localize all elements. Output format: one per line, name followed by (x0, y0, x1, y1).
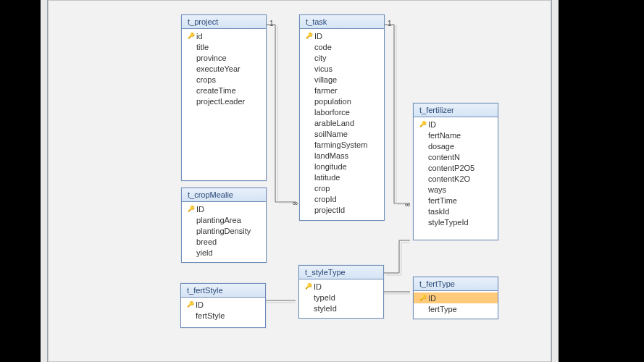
entity-header[interactable]: t_fertType (414, 277, 498, 291)
field-row[interactable]: province (182, 52, 266, 63)
entity-t_styleType[interactable]: t_styleType🔑IDtypeIdstyleId (298, 265, 384, 319)
field-row[interactable]: ways (414, 184, 498, 195)
field-name: ID (196, 300, 261, 309)
field-row[interactable]: soilName (300, 128, 384, 139)
entity-t_fertStyle[interactable]: t_fertStyle🔑IDfertStyle (180, 283, 266, 328)
field-name: typeId (314, 293, 379, 302)
field-name: breed (196, 237, 262, 246)
field-row[interactable]: farmingSystem (300, 139, 384, 150)
primary-key-icon: 🔑 (304, 283, 314, 290)
field-row[interactable]: farmer (300, 85, 384, 96)
entity-t_project[interactable]: t_project🔑idtitleprovinceexecuteYearcrop… (181, 14, 267, 181)
field-row[interactable]: createTime (182, 85, 266, 96)
field-name: code (314, 43, 380, 51)
field-row[interactable]: code (300, 41, 384, 52)
cardinality-label: 1 (388, 20, 392, 28)
field-row[interactable]: 🔑ID (300, 30, 384, 41)
field-name: city (314, 54, 380, 62)
primary-key-icon: 🔑 (418, 295, 428, 301)
entity-header[interactable]: t_project (182, 15, 266, 29)
field-name: longitude (314, 162, 380, 171)
field-row[interactable]: 🔑ID (181, 299, 265, 310)
field-row[interactable]: plantingArea (182, 214, 266, 225)
field-name: dosage (428, 142, 493, 151)
field-name: arableLand (314, 119, 380, 127)
field-row[interactable]: styleId (299, 303, 383, 313)
field-row[interactable]: arableLand (300, 117, 384, 128)
entity-header[interactable]: t_fertilizer (414, 104, 498, 117)
field-row[interactable]: taskId (414, 206, 498, 216)
field-name: id (196, 32, 262, 41)
field-name: population (314, 97, 380, 106)
letterbox-left (0, 0, 41, 362)
field-name: ID (196, 205, 262, 214)
field-name: ID (428, 294, 493, 303)
field-row[interactable]: longitude (300, 161, 384, 172)
field-row[interactable]: cropId (300, 193, 384, 204)
field-row[interactable]: crop (300, 182, 384, 193)
field-row[interactable]: 🔑ID (182, 203, 266, 214)
field-row[interactable]: contentK2O (414, 173, 498, 184)
field-row[interactable]: projectLeader (182, 96, 266, 106)
entity-header[interactable]: t_cropMealie (182, 188, 266, 202)
entity-t_fertilizer[interactable]: t_fertilizer🔑IDfertNamedosagecontentNcon… (413, 103, 498, 240)
field-name: ID (314, 282, 379, 291)
entity-header[interactable]: t_task (300, 15, 384, 29)
entity-header[interactable]: t_fertStyle (181, 284, 265, 298)
cardinality-label: ∞ (293, 199, 298, 207)
field-name: vicus (314, 64, 380, 73)
field-row[interactable]: fertName (414, 130, 498, 140)
entity-header[interactable]: t_styleType (299, 266, 383, 279)
field-row[interactable]: contentP2O5 (414, 162, 498, 173)
field-name: farmer (314, 86, 380, 95)
field-name: contentP2O5 (428, 164, 493, 172)
field-row[interactable]: village (300, 74, 384, 85)
entity-fields: 🔑IDplantingAreaplantingDensitybreedyield (182, 202, 266, 262)
field-name: ID (428, 120, 493, 129)
field-name: crop (314, 184, 380, 193)
field-row[interactable]: breed (182, 236, 266, 247)
cardinality-label: 1 (269, 20, 274, 28)
entity-fields: 🔑idtitleprovinceexecuteYearcropscreateTi… (182, 29, 266, 111)
field-name: plantingArea (196, 216, 262, 224)
field-row[interactable]: 🔑ID (414, 292, 498, 303)
field-row[interactable]: contentN (414, 151, 498, 162)
field-row[interactable]: 🔑id (182, 30, 266, 41)
field-row[interactable]: fertType (414, 303, 498, 314)
field-row[interactable]: yield (182, 247, 266, 258)
field-row[interactable]: landMass (300, 150, 384, 161)
field-name: fertType (428, 305, 493, 313)
field-row[interactable]: laborforce (300, 106, 384, 117)
field-name: village (314, 75, 380, 84)
primary-key-icon: 🔑 (185, 301, 196, 308)
field-row[interactable]: crops (182, 74, 266, 85)
field-name: fertName (428, 131, 493, 140)
field-row[interactable]: vicus (300, 63, 384, 74)
field-row[interactable]: 🔑ID (299, 281, 383, 292)
entity-t_task[interactable]: t_task🔑IDcodecityvicusvillagefarmerpopul… (299, 14, 385, 221)
field-name: latitude (314, 173, 380, 182)
field-row[interactable]: title (182, 41, 266, 52)
field-row[interactable]: latitude (300, 172, 384, 182)
diagram-canvas[interactable]: t_project🔑idtitleprovinceexecuteYearcrop… (48, 0, 551, 362)
entity-fields: 🔑IDfertStyle (181, 298, 265, 325)
field-row[interactable]: fertTime (414, 195, 498, 206)
field-row[interactable]: city (300, 52, 384, 63)
field-name: cropId (314, 195, 380, 203)
field-name: projectLeader (196, 97, 262, 106)
field-row[interactable]: plantingDensity (182, 225, 266, 236)
field-row[interactable]: fertStyle (181, 310, 265, 321)
field-row[interactable]: projectId (300, 204, 384, 215)
field-name: laborforce (314, 108, 380, 117)
field-name: contentK2O (428, 174, 493, 183)
field-row[interactable]: styleTypeId (414, 216, 498, 227)
field-row[interactable]: population (300, 96, 384, 106)
field-row[interactable]: executeYear (182, 63, 266, 74)
entity-t_cropMealie[interactable]: t_cropMealie🔑IDplantingAreaplantingDensi… (181, 188, 267, 263)
field-row[interactable]: dosage (414, 140, 498, 151)
field-row[interactable]: 🔑ID (414, 119, 498, 130)
field-name: styleId (314, 304, 379, 313)
field-row[interactable]: typeId (299, 292, 383, 303)
entity-t_fertType[interactable]: t_fertType🔑IDfertType (413, 277, 498, 319)
primary-key-icon: 🔑 (186, 206, 196, 212)
